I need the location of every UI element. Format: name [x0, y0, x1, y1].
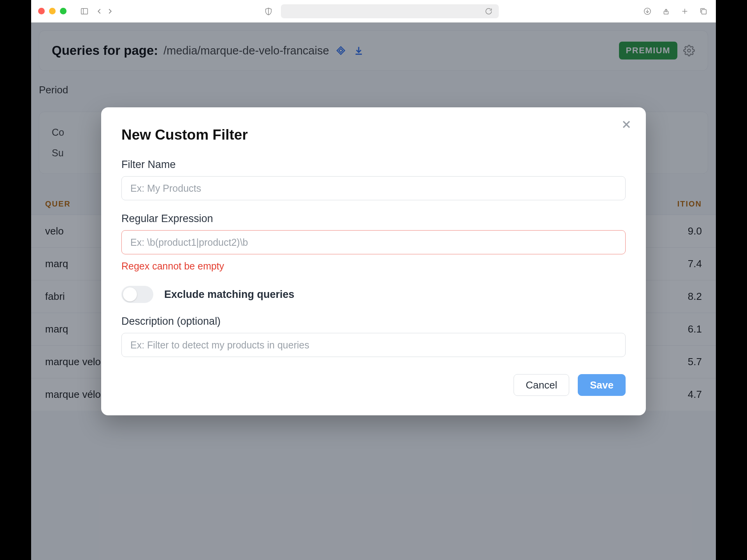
page-content: Queries for page: /media/marque-de-velo-…	[31, 23, 716, 560]
sidebar-icon[interactable]	[79, 6, 90, 17]
window-minimize[interactable]	[49, 8, 56, 14]
exclude-toggle-label: Exclude matching queries	[164, 289, 295, 301]
address-bar[interactable]	[281, 4, 499, 18]
shield-icon[interactable]	[263, 6, 274, 17]
window-close[interactable]	[38, 8, 45, 14]
tabs-icon[interactable]	[698, 6, 709, 17]
traffic-lights	[38, 8, 67, 14]
share-icon[interactable]	[661, 6, 672, 17]
reload-icon[interactable]	[483, 6, 494, 17]
nav-arrows	[94, 6, 116, 17]
new-filter-modal: New Custom Filter Filter Name Regular Ex…	[101, 107, 646, 415]
exclude-toggle[interactable]	[121, 286, 153, 303]
cancel-button[interactable]: Cancel	[514, 374, 569, 396]
modal-overlay: New Custom Filter Filter Name Regular Ex…	[31, 23, 716, 560]
browser-chrome	[31, 0, 716, 23]
regex-error: Regex cannot be empty	[121, 261, 626, 272]
svg-rect-9	[701, 9, 706, 14]
save-button[interactable]: Save	[578, 374, 626, 396]
regex-label: Regular Expression	[121, 213, 626, 225]
svg-rect-0	[81, 8, 88, 14]
description-label: Description (optional)	[121, 315, 626, 327]
window-maximize[interactable]	[60, 8, 67, 14]
downloads-icon[interactable]	[642, 6, 653, 17]
close-icon[interactable]	[620, 118, 633, 132]
filter-name-label: Filter Name	[121, 159, 626, 171]
back-button[interactable]	[94, 6, 105, 17]
filter-name-input[interactable]	[121, 176, 626, 200]
description-input[interactable]	[121, 333, 626, 357]
regex-input[interactable]	[121, 230, 626, 254]
new-tab-icon[interactable]	[679, 6, 690, 17]
forward-button[interactable]	[105, 6, 116, 17]
modal-title: New Custom Filter	[121, 127, 626, 143]
